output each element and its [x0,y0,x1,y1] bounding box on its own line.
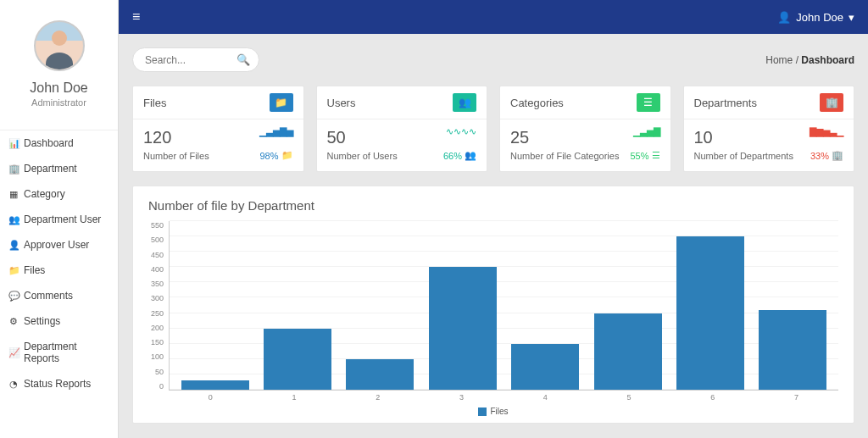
bar-4[interactable] [511,344,579,390]
card-icon: ☰ [637,93,660,112]
sparkline-icon: ▁▃▅▇ [633,126,660,137]
sidebar-item-label: Department [24,163,77,175]
bar-3[interactable] [429,267,497,390]
legend-label: Files [490,407,508,416]
sidebar-item-department-user[interactable]: 👥Department User [0,207,118,232]
legend-swatch [478,408,487,416]
menu-toggle-icon[interactable]: ≡ [132,9,140,25]
card-pct: 33% 🏢 [810,150,843,161]
xtick: 2 [337,391,420,402]
chart-legend: Files [148,407,838,416]
sidebar-item-label: Department Reports [24,341,109,364]
bar-6[interactable] [676,236,744,390]
stat-card-users[interactable]: Users👥50Number of Users∿∿∿∿66% 👥 [316,86,488,172]
sidebar-item-label: Comments [24,290,73,302]
xtick: 5 [587,391,671,402]
xtick: 1 [253,391,337,402]
card-title: Files [143,97,166,109]
bar-1[interactable] [264,329,331,390]
sidebar-item-department-reports[interactable]: 📈Department Reports [0,334,118,371]
users-icon: 👥 [8,214,19,225]
user-menu-label: John Doe [796,11,843,24]
sparkline-icon: ▇▆▅▃▁ [810,126,843,137]
sidebar-item-dashboard[interactable]: 📊Dashboard [0,130,118,156]
comment-icon: 💬 [8,291,19,302]
breadcrumb-home[interactable]: Home [765,54,793,66]
sidebar-nav: 📊Dashboard🏢Department▦Category👥Departmen… [0,130,118,396]
pie-icon: ◔ [8,379,19,390]
chart-icon: 📈 [8,347,19,358]
sidebar-item-settings[interactable]: ⚙Settings [0,308,118,334]
topbar: ≡ 👤 John Doe ▾ [119,0,868,34]
sidebar: John Doe Administrator 📊Dashboard🏢Depart… [0,0,119,438]
sidebar-item-category[interactable]: ▦Category [0,181,118,207]
card-title: Categories [510,97,564,109]
breadcrumb-sep: / [796,54,798,66]
ytick: 250 [148,309,164,318]
stat-card-departments[interactable]: Departments🏢10Number of Departments▇▆▅▃▁… [683,86,855,172]
user-icon: 👤 [777,11,791,24]
sparkline-icon: ∿∿∿∿ [446,126,476,137]
ytick: 500 [148,236,164,244]
sidebar-item-comments[interactable]: 💬Comments [0,283,118,308]
chart-yaxis: 550500450400350300250200150100500 [148,221,169,391]
building-icon: 🏢 [8,164,19,175]
pct-icon: 📁 [281,150,293,161]
xtick: 0 [169,391,253,402]
sidebar-item-label: Category [24,188,65,200]
sidebar-item-department[interactable]: 🏢Department [0,156,118,181]
chart-xaxis: 01234567 [169,391,838,402]
profile-name: John Doe [0,80,118,96]
card-icon: 👥 [453,93,476,112]
sidebar-item-files[interactable]: 📁Files [0,258,118,283]
bar-7[interactable] [759,310,826,390]
ytick: 50 [148,368,164,376]
ytick: 550 [148,221,164,230]
bar-chart: 550500450400350300250200150100500 [148,221,838,391]
pct-icon: ☰ [652,150,660,161]
xtick: 3 [420,391,504,402]
chart-plot [169,221,838,391]
breadcrumb-current: Dashboard [801,54,854,66]
avatar [34,20,85,71]
user-menu[interactable]: 👤 John Doe ▾ [777,11,854,24]
sparkline-icon: ▁▃▅▇▅ [259,126,293,137]
sidebar-item-label: Department User [24,213,101,225]
pct-icon: 🏢 [832,150,843,161]
ytick: 0 [148,382,164,391]
ytick: 150 [148,338,164,347]
ytick: 400 [148,265,164,274]
breadcrumb: Home / Dashboard [765,54,854,66]
card-title: Users [327,97,356,109]
folder-icon: 📁 [8,265,19,276]
card-pct: 98% 📁 [259,150,292,161]
ytick: 350 [148,280,164,288]
bar-0[interactable] [181,380,249,390]
card-title: Departments [694,97,757,109]
search-icon[interactable]: 🔍 [236,53,250,66]
sidebar-item-status-reports[interactable]: ◔Status Reports [0,371,118,396]
caret-down-icon: ▾ [849,11,854,24]
stat-card-files[interactable]: Files📁120Number of Files▁▃▅▇▅98% 📁 [132,86,304,172]
search-input[interactable] [145,54,230,66]
xtick: 4 [504,391,587,402]
dashboard-icon: 📊 [8,138,19,149]
ytick: 300 [148,294,164,302]
ytick: 200 [148,324,164,332]
xtick: 6 [671,391,755,402]
profile-role: Administrator [0,97,118,108]
bar-5[interactable] [594,313,662,390]
sidebar-item-label: Dashboard [24,137,74,149]
gear-icon: ⚙ [8,316,19,327]
ytick: 100 [148,352,164,361]
profile-block: John Doe Administrator [0,0,118,130]
sidebar-item-label: Status Reports [24,378,91,390]
sidebar-item-label: Settings [24,315,60,327]
search-box[interactable]: 🔍 [132,47,259,72]
bar-2[interactable] [346,359,414,390]
stat-card-categories[interactable]: Categories☰25Number of File Categories▁▃… [499,86,671,172]
sidebar-item-label: Files [24,264,45,276]
sidebar-item-approver-user[interactable]: 👤Approver User [0,232,118,258]
user-icon: 👤 [8,240,19,251]
card-icon: 📁 [270,93,293,112]
